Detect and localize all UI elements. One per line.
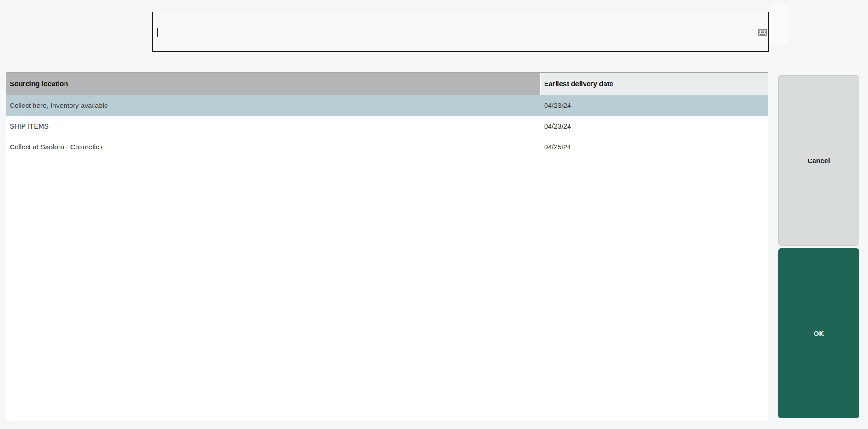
sourcing-location-cell: Collect at Saalora - Cosmetics <box>6 136 540 157</box>
column-header-earliest-delivery-date: Earliest delivery date <box>540 73 768 95</box>
ok-button[interactable]: OK <box>778 248 859 418</box>
sourcing-location-cell: SHIP ITEMS <box>6 116 540 136</box>
table-row-ship-items[interactable]: SHIP ITEMS 04/23/24 <box>6 116 768 136</box>
text-cursor <box>157 28 158 37</box>
cancel-button[interactable]: Cancel <box>778 75 859 246</box>
dialog-root: Sourcing location Earliest delivery date… <box>0 0 868 429</box>
table-row-collect-at-saalora[interactable]: Collect at Saalora - Cosmetics 04/25/24 <box>6 136 768 157</box>
earliest-delivery-date-cell: 04/23/24 <box>540 95 768 116</box>
earliest-delivery-date-cell: 04/23/24 <box>540 116 768 136</box>
search-input[interactable] <box>152 12 769 52</box>
input-edge-highlight <box>770 5 788 45</box>
sourcing-table: Sourcing location Earliest delivery date… <box>6 72 768 421</box>
table-row-collect-here[interactable]: Collect here, Inventory available 04/23/… <box>6 95 768 116</box>
earliest-delivery-date-cell: 04/25/24 <box>540 136 768 157</box>
sourcing-location-cell: Collect here, Inventory available <box>6 95 540 116</box>
keyboard-icon[interactable] <box>758 29 767 36</box>
column-header-sourcing-location: Sourcing location <box>6 73 540 95</box>
table-header-row: Sourcing location Earliest delivery date <box>6 73 768 95</box>
